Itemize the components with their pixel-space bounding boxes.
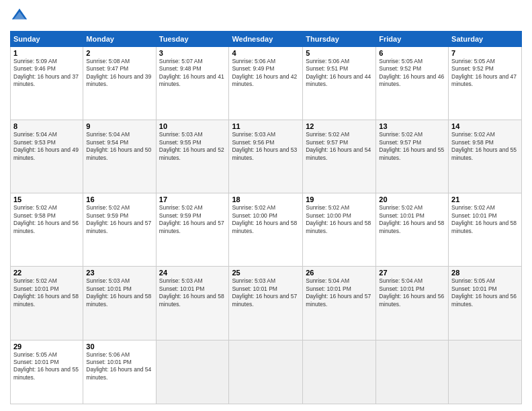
- header: [10, 7, 522, 26]
- day-info: Sunrise: 5:04 AM Sunset: 9:53 PM Dayligh…: [13, 131, 80, 162]
- day-info: Sunrise: 5:08 AM Sunset: 9:47 PM Dayligh…: [86, 58, 152, 89]
- day-info: Sunrise: 5:04 AM Sunset: 9:54 PM Dayligh…: [86, 131, 152, 162]
- day-number: 3: [159, 49, 226, 57]
- day-number: 16: [86, 195, 152, 203]
- day-number: 20: [379, 195, 445, 203]
- day-cell: 21Sunrise: 5:02 AM Sunset: 10:01 PM Dayl…: [449, 193, 522, 267]
- day-cell: 1Sunrise: 5:09 AM Sunset: 9:46 PM Daylig…: [11, 47, 83, 120]
- day-info: Sunrise: 5:02 AM Sunset: 9:59 PM Dayligh…: [86, 204, 152, 235]
- week-row-4: 22Sunrise: 5:02 AM Sunset: 10:01 PM Dayl…: [11, 267, 522, 340]
- day-info: Sunrise: 5:02 AM Sunset: 10:01 PM Daylig…: [379, 204, 445, 235]
- day-number: 17: [159, 195, 226, 203]
- day-info: Sunrise: 5:02 AM Sunset: 9:58 PM Dayligh…: [451, 131, 519, 162]
- day-cell: 23Sunrise: 5:03 AM Sunset: 10:01 PM Dayl…: [83, 267, 156, 340]
- day-cell: 26Sunrise: 5:04 AM Sunset: 10:01 PM Dayl…: [303, 267, 376, 340]
- day-number: 8: [13, 122, 80, 130]
- day-cell: 18Sunrise: 5:02 AM Sunset: 10:00 PM Dayl…: [229, 193, 303, 267]
- day-number: 25: [232, 269, 300, 277]
- day-info: Sunrise: 5:02 AM Sunset: 10:00 PM Daylig…: [232, 204, 300, 235]
- col-header-monday: Monday: [83, 32, 156, 47]
- day-cell: 24Sunrise: 5:03 AM Sunset: 10:01 PM Dayl…: [156, 267, 229, 340]
- day-cell: 15Sunrise: 5:02 AM Sunset: 9:58 PM Dayli…: [11, 193, 83, 267]
- logo-icon: [10, 7, 29, 26]
- day-number: 21: [451, 195, 519, 203]
- day-info: Sunrise: 5:04 AM Sunset: 10:01 PM Daylig…: [379, 277, 445, 308]
- day-cell: 8Sunrise: 5:04 AM Sunset: 9:53 PM Daylig…: [11, 120, 83, 193]
- day-info: Sunrise: 5:03 AM Sunset: 10:01 PM Daylig…: [159, 277, 226, 308]
- day-cell: 20Sunrise: 5:02 AM Sunset: 10:01 PM Dayl…: [376, 193, 449, 267]
- day-info: Sunrise: 5:02 AM Sunset: 10:00 PM Daylig…: [306, 204, 373, 235]
- day-number: 6: [379, 49, 445, 57]
- col-header-friday: Friday: [376, 32, 449, 47]
- day-number: 7: [451, 49, 519, 57]
- day-info: Sunrise: 5:03 AM Sunset: 10:01 PM Daylig…: [86, 277, 152, 308]
- day-info: Sunrise: 5:02 AM Sunset: 10:01 PM Daylig…: [451, 204, 519, 235]
- day-number: 5: [306, 49, 373, 57]
- day-cell: 10Sunrise: 5:03 AM Sunset: 9:55 PM Dayli…: [156, 120, 229, 193]
- day-number: 4: [232, 49, 300, 57]
- day-info: Sunrise: 5:03 AM Sunset: 10:01 PM Daylig…: [232, 277, 300, 308]
- week-row-3: 15Sunrise: 5:02 AM Sunset: 9:58 PM Dayli…: [11, 193, 522, 267]
- day-cell: 4Sunrise: 5:06 AM Sunset: 9:49 PM Daylig…: [229, 47, 303, 120]
- day-info: Sunrise: 5:05 AM Sunset: 10:01 PM Daylig…: [451, 277, 519, 308]
- day-cell: 30Sunrise: 5:06 AM Sunset: 10:01 PM Dayl…: [83, 340, 156, 404]
- day-cell: 9Sunrise: 5:04 AM Sunset: 9:54 PM Daylig…: [83, 120, 156, 193]
- day-info: Sunrise: 5:03 AM Sunset: 9:56 PM Dayligh…: [232, 131, 300, 162]
- day-number: 22: [13, 269, 80, 277]
- day-number: 13: [379, 122, 445, 130]
- day-cell: 22Sunrise: 5:02 AM Sunset: 10:01 PM Dayl…: [11, 267, 83, 340]
- day-number: 19: [306, 195, 373, 203]
- day-cell: [229, 340, 303, 404]
- day-info: Sunrise: 5:03 AM Sunset: 9:55 PM Dayligh…: [159, 131, 226, 162]
- day-number: 1: [13, 49, 80, 57]
- day-number: 28: [451, 269, 519, 277]
- day-cell: 6Sunrise: 5:05 AM Sunset: 9:52 PM Daylig…: [376, 47, 449, 120]
- day-number: 2: [86, 49, 152, 57]
- week-row-5: 29Sunrise: 5:05 AM Sunset: 10:01 PM Dayl…: [11, 340, 522, 404]
- day-cell: 3Sunrise: 5:07 AM Sunset: 9:48 PM Daylig…: [156, 47, 229, 120]
- week-row-2: 8Sunrise: 5:04 AM Sunset: 9:53 PM Daylig…: [11, 120, 522, 193]
- day-number: 26: [306, 269, 373, 277]
- day-info: Sunrise: 5:04 AM Sunset: 10:01 PM Daylig…: [306, 277, 373, 308]
- day-number: 12: [306, 122, 373, 130]
- day-info: Sunrise: 5:02 AM Sunset: 9:59 PM Dayligh…: [159, 204, 226, 235]
- day-info: Sunrise: 5:02 AM Sunset: 9:57 PM Dayligh…: [306, 131, 373, 162]
- col-header-sunday: Sunday: [11, 32, 83, 47]
- day-number: 24: [159, 269, 226, 277]
- day-cell: 5Sunrise: 5:06 AM Sunset: 9:51 PM Daylig…: [303, 47, 376, 120]
- day-number: 30: [86, 342, 152, 351]
- col-header-tuesday: Tuesday: [156, 32, 229, 47]
- day-info: Sunrise: 5:05 AM Sunset: 9:52 PM Dayligh…: [451, 58, 519, 89]
- calendar: SundayMondayTuesdayWednesdayThursdayFrid…: [10, 31, 522, 404]
- day-cell: 29Sunrise: 5:05 AM Sunset: 10:01 PM Dayl…: [11, 340, 83, 404]
- day-number: 9: [86, 122, 152, 130]
- day-info: Sunrise: 5:02 AM Sunset: 10:01 PM Daylig…: [13, 277, 80, 308]
- col-header-wednesday: Wednesday: [229, 32, 303, 47]
- day-info: Sunrise: 5:02 AM Sunset: 9:58 PM Dayligh…: [13, 204, 80, 235]
- logo: [10, 7, 32, 26]
- calendar-header-row: SundayMondayTuesdayWednesdayThursdayFrid…: [11, 32, 522, 47]
- day-number: 14: [451, 122, 519, 130]
- day-info: Sunrise: 5:06 AM Sunset: 9:51 PM Dayligh…: [306, 58, 373, 89]
- day-cell: 16Sunrise: 5:02 AM Sunset: 9:59 PM Dayli…: [83, 193, 156, 267]
- day-number: 10: [159, 122, 226, 130]
- day-cell: 12Sunrise: 5:02 AM Sunset: 9:57 PM Dayli…: [303, 120, 376, 193]
- day-cell: [376, 340, 449, 404]
- day-info: Sunrise: 5:09 AM Sunset: 9:46 PM Dayligh…: [13, 58, 80, 89]
- day-number: 29: [13, 342, 80, 351]
- day-info: Sunrise: 5:05 AM Sunset: 9:52 PM Dayligh…: [379, 58, 445, 89]
- week-row-1: 1Sunrise: 5:09 AM Sunset: 9:46 PM Daylig…: [11, 47, 522, 120]
- day-cell: [449, 340, 522, 404]
- day-cell: 7Sunrise: 5:05 AM Sunset: 9:52 PM Daylig…: [449, 47, 522, 120]
- day-info: Sunrise: 5:07 AM Sunset: 9:48 PM Dayligh…: [159, 58, 226, 89]
- day-number: 27: [379, 269, 445, 277]
- day-number: 23: [86, 269, 152, 277]
- day-cell: 17Sunrise: 5:02 AM Sunset: 9:59 PM Dayli…: [156, 193, 229, 267]
- day-cell: 19Sunrise: 5:02 AM Sunset: 10:00 PM Dayl…: [303, 193, 376, 267]
- day-info: Sunrise: 5:06 AM Sunset: 10:01 PM Daylig…: [86, 351, 152, 382]
- day-cell: 14Sunrise: 5:02 AM Sunset: 9:58 PM Dayli…: [449, 120, 522, 193]
- day-number: 11: [232, 122, 300, 130]
- day-info: Sunrise: 5:06 AM Sunset: 9:49 PM Dayligh…: [232, 58, 300, 89]
- day-info: Sunrise: 5:05 AM Sunset: 10:01 PM Daylig…: [13, 351, 80, 382]
- col-header-saturday: Saturday: [449, 32, 522, 47]
